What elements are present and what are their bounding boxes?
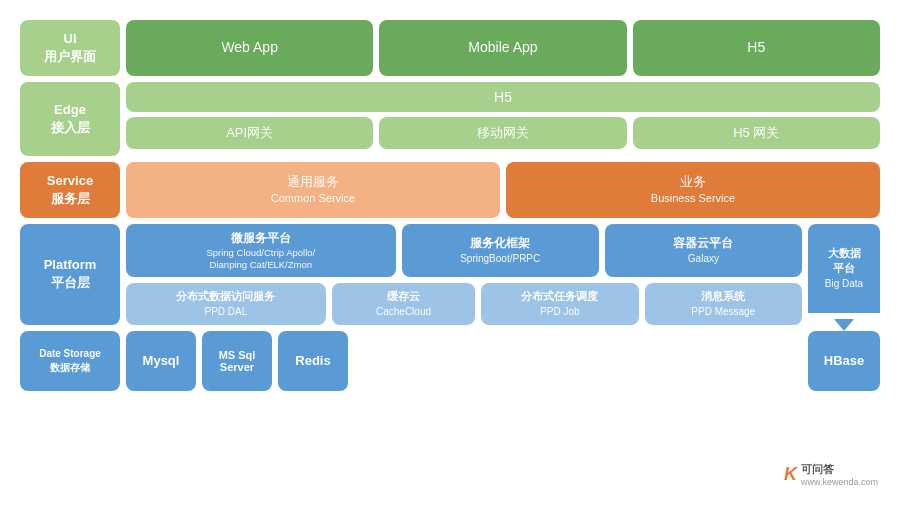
webapp-box: Web App xyxy=(126,20,373,76)
ui-label: UI 用户界面 xyxy=(20,20,120,76)
cache-cloud-box: 缓存云 CacheCloud xyxy=(332,283,475,324)
platform-content: 微服务平台 Spring Cloud/Ctrip Apollo/Dianping… xyxy=(126,224,802,391)
api-gateway-box: API网关 xyxy=(126,117,373,149)
mobile-gateway-box: 移动网关 xyxy=(379,117,626,149)
architecture-diagram: UI 用户界面 Web App Mobile App H5 Edge 接入层 H… xyxy=(10,10,890,495)
platform-storage-section: Platform 平台层 Date Storage 数据存储 微服务平台 Spr… xyxy=(20,224,880,391)
storage-label: Date Storage 数据存储 xyxy=(20,331,120,391)
business-service-box: 业务 Business Service xyxy=(506,162,880,218)
ui-label-line1: UI xyxy=(64,30,77,48)
edge-content: H5 API网关 移动网关 H5 网关 xyxy=(126,82,880,156)
microservice-box: 微服务平台 Spring Cloud/Ctrip Apollo/Dianping… xyxy=(126,224,396,277)
h5-gateway-box: H5 网关 xyxy=(633,117,880,149)
microservice-sub: Spring Cloud/Ctrip Apollo/Dianping Cat/E… xyxy=(206,247,315,272)
watermark-text: 可问答 www.kewenda.com xyxy=(801,462,878,487)
common-service-box: 通用服务 Common Service xyxy=(126,162,500,218)
mobileapp-box: Mobile App xyxy=(379,20,626,76)
h5-box: H5 xyxy=(633,20,880,76)
bigdata-box: 大数据 平台 Big Data xyxy=(808,224,880,313)
ui-row: UI 用户界面 Web App Mobile App H5 xyxy=(20,20,880,76)
service-label: Service 服务层 xyxy=(20,162,120,218)
bigdata-arrow-icon xyxy=(834,319,854,331)
service-framework-sub: SpringBoot/PRPC xyxy=(460,252,540,266)
ppd-job-box: 分布式任务调度 PPD Job xyxy=(481,283,638,324)
hbase-box: HBase xyxy=(808,331,880,391)
service-row: Service 服务层 通用服务 Common Service 业务 Busin… xyxy=(20,162,880,218)
container-cloud-sub: Galaxy xyxy=(688,252,719,266)
ui-label-line2: 用户界面 xyxy=(44,48,96,66)
ppd-message-box: 消息系统 PPD Message xyxy=(645,283,802,324)
container-cloud-box: 容器云平台 Galaxy xyxy=(605,224,802,277)
platform-labels: Platform 平台层 Date Storage 数据存储 xyxy=(20,224,120,391)
service-content: 通用服务 Common Service 业务 Business Service xyxy=(126,162,880,218)
watermark-k: K xyxy=(784,464,797,485)
edge-label: Edge 接入层 xyxy=(20,82,120,156)
edge-row: Edge 接入层 H5 API网关 移动网关 H5 网关 xyxy=(20,82,880,156)
edge-gateways: API网关 移动网关 H5 网关 xyxy=(126,117,880,149)
service-framework-box: 服务化框架 SpringBoot/PRPC xyxy=(402,224,599,277)
storage-content: Mysql MS SqlServer Redis xyxy=(126,331,802,391)
mssql-box: MS SqlServer xyxy=(202,331,272,391)
platform-bottom: 分布式数据访问服务 PPD DAL 缓存云 CacheCloud 分布式任务调度… xyxy=(126,283,802,324)
platform-top: 微服务平台 Spring Cloud/Ctrip Apollo/Dianping… xyxy=(126,224,802,277)
edge-h5-top: H5 xyxy=(126,82,880,112)
redis-box: Redis xyxy=(278,331,348,391)
dal-box: 分布式数据访问服务 PPD DAL xyxy=(126,283,326,324)
watermark: K 可问答 www.kewenda.com xyxy=(784,462,878,487)
platform-label: Platform 平台层 xyxy=(20,224,120,325)
mysql-box: Mysql xyxy=(126,331,196,391)
bigdata-section: 大数据 平台 Big Data HBase xyxy=(808,224,880,391)
ui-content: Web App Mobile App H5 xyxy=(126,20,880,76)
